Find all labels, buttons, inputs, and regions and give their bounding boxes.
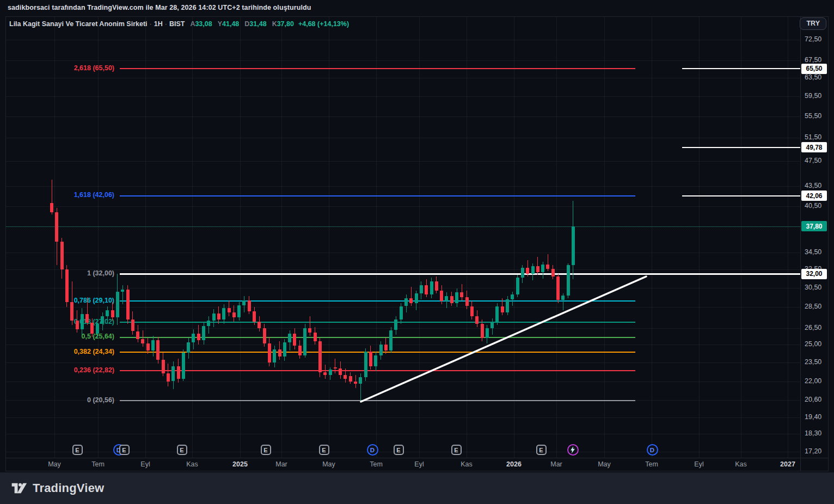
candle xyxy=(121,290,124,292)
h-gridline xyxy=(6,161,800,162)
candle xyxy=(237,305,241,318)
h-gridline xyxy=(6,307,800,308)
h-gridline xyxy=(6,382,800,382)
fib-level-line[interactable] xyxy=(120,352,635,353)
candle xyxy=(561,296,565,300)
candle xyxy=(546,265,549,269)
fib-level-label: 0,5 (25,64) xyxy=(11,333,114,340)
symbol-title: Lila Kagit Sanayi Ve Ticaret Anonim Sirk… xyxy=(9,20,148,28)
candle xyxy=(465,297,469,306)
candle xyxy=(141,339,144,343)
tradingview-wordmark: TradingView xyxy=(33,481,104,495)
current-price-line xyxy=(6,226,800,227)
candle xyxy=(445,296,448,301)
earnings-badge[interactable]: E xyxy=(536,445,547,455)
candle xyxy=(470,306,474,317)
candle xyxy=(257,322,261,328)
h-gridline xyxy=(6,345,800,345)
candle xyxy=(521,268,524,278)
fib-level-line[interactable] xyxy=(120,322,635,323)
candle xyxy=(430,281,433,294)
fib-level-label: 2,618 (65,50) xyxy=(11,64,114,72)
candle xyxy=(389,330,393,351)
candle xyxy=(131,319,134,331)
earnings-badge[interactable]: E xyxy=(451,445,462,455)
h-gridline xyxy=(6,40,800,40)
candle xyxy=(415,293,418,303)
horizontal-line-32[interactable] xyxy=(120,273,800,275)
candle xyxy=(516,278,519,294)
v-gridline xyxy=(98,17,99,458)
earnings-badge[interactable]: E xyxy=(261,445,271,455)
candle xyxy=(60,242,64,269)
price-label-box: 49,78 xyxy=(801,142,827,152)
candle xyxy=(65,269,69,302)
price-tick-label: 43,50 xyxy=(805,182,821,189)
v-gridline xyxy=(329,17,329,458)
candle xyxy=(374,355,377,366)
time-label-year: 2026 xyxy=(498,460,530,468)
candle xyxy=(394,319,397,330)
earnings-badge[interactable]: E xyxy=(119,445,130,455)
dividend-badge[interactable]: D xyxy=(647,444,658,456)
time-label-month: Kas xyxy=(725,460,757,468)
legend-separator: · xyxy=(148,20,154,28)
candle xyxy=(253,311,256,322)
horizontal-ray[interactable] xyxy=(682,195,800,196)
price-tick-label: 72,50 xyxy=(805,35,821,43)
price-tick-label: 23,50 xyxy=(805,358,821,366)
price-tick-label: 34,50 xyxy=(805,248,821,256)
candle xyxy=(506,299,509,312)
chart-plot-area[interactable]: 72,5067,5063,5059,5055,5051,5047,5043,50… xyxy=(0,0,834,504)
open-value: 33,08 xyxy=(195,20,212,28)
v-gridline xyxy=(514,17,514,458)
earnings-badge[interactable]: E xyxy=(177,445,187,455)
candle xyxy=(228,308,231,312)
candle xyxy=(187,342,190,353)
horizontal-ray[interactable] xyxy=(682,68,800,69)
price-tick-label: 47,50 xyxy=(805,157,821,164)
symbol-legend[interactable]: Lila Kagit Sanayi Ve Ticaret Anonim Sirk… xyxy=(9,20,349,28)
candle xyxy=(217,314,220,319)
price-tick-label: 63,50 xyxy=(805,73,821,81)
candle xyxy=(85,314,89,322)
price-tick-label: 28,50 xyxy=(805,303,821,310)
fib-level-line[interactable] xyxy=(120,370,635,371)
price-tick-label: 51,50 xyxy=(805,133,821,141)
current-price-label: 37,80 xyxy=(801,221,827,231)
candle xyxy=(293,334,296,346)
dividend-badge[interactable]: D xyxy=(367,444,378,456)
time-label-year: 2027 xyxy=(771,460,804,468)
fib-level-line[interactable] xyxy=(120,195,635,196)
fib-level-label: 0,382 (24,34) xyxy=(11,348,114,355)
time-label-month: Tem xyxy=(360,460,393,468)
time-label-year: 2025 xyxy=(224,460,256,468)
power-badge[interactable] xyxy=(567,444,579,456)
candle xyxy=(556,276,560,300)
h-gridline xyxy=(6,206,800,207)
earnings-badge[interactable]: E xyxy=(394,445,404,455)
tradingview-snapshot: sadikborsaci tarafından TradingView.com … xyxy=(0,0,834,504)
currency-toggle-button[interactable]: TRY xyxy=(800,17,826,30)
v-gridline xyxy=(467,17,467,458)
candle xyxy=(192,334,195,342)
v-gridline xyxy=(240,17,241,458)
earnings-badge[interactable]: E xyxy=(319,445,329,455)
high-value: 41,48 xyxy=(222,20,239,28)
candle-wick xyxy=(335,359,335,373)
tradingview-logo[interactable]: TradingView xyxy=(11,481,104,495)
horizontal-ray[interactable] xyxy=(682,147,800,148)
fib-level-line[interactable] xyxy=(120,400,635,401)
earnings-badge[interactable]: E xyxy=(72,445,83,455)
candle xyxy=(526,268,529,274)
price-tick-label: 18,30 xyxy=(805,429,821,437)
candle xyxy=(435,281,438,291)
change-value: +4,68 (+14,13%) xyxy=(298,20,349,28)
v-gridline xyxy=(788,17,788,458)
price-axis-pane[interactable] xyxy=(801,17,833,458)
fib-level-line[interactable] xyxy=(120,68,635,69)
candle xyxy=(162,360,165,373)
candle xyxy=(197,334,200,340)
candle xyxy=(339,368,342,375)
candle xyxy=(501,306,504,312)
